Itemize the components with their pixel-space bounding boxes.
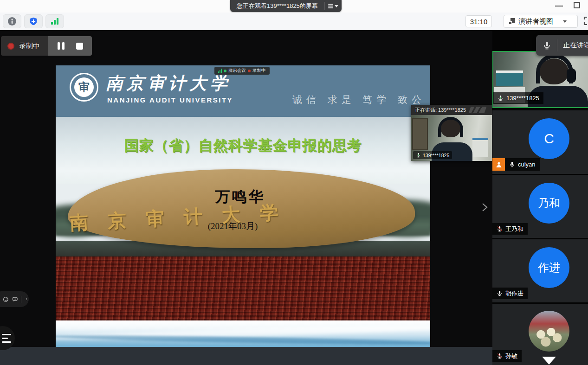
speaker-view-icon xyxy=(509,18,515,25)
mic-icon xyxy=(416,153,421,158)
participant-name: 胡作进 xyxy=(505,289,523,298)
pause-icon xyxy=(58,42,60,50)
university-name-en: NANJING AUDIT UNIVERSITY xyxy=(107,96,233,104)
stop-recording-button[interactable] xyxy=(71,38,87,53)
video-background-shelf xyxy=(496,70,523,86)
main-stage: 录制中 xyxy=(0,30,588,365)
participant-sidebar: 139****1825 C xyxy=(492,30,588,365)
reaction-chat-dock xyxy=(0,291,29,307)
emoji-icon[interactable] xyxy=(3,295,9,303)
participant-name-label: 孙敏 xyxy=(492,350,522,362)
speaker-name-chip: 139****1825 xyxy=(413,151,452,159)
person-head-shape xyxy=(540,58,569,84)
divider xyxy=(21,296,21,303)
avatar-photo xyxy=(529,311,569,352)
red-flowers-band xyxy=(56,256,430,320)
avatar-initial: C xyxy=(544,131,554,147)
speaker-name: 139****1825 xyxy=(423,153,449,158)
participant-tile[interactable]: 作进 胡作进 xyxy=(492,239,588,302)
network-status-button[interactable] xyxy=(45,14,64,28)
slide-date: (2021年03月) xyxy=(56,220,420,232)
participant-name-label: 胡作进 xyxy=(492,288,528,299)
university-name-cn: 南京审计大学 xyxy=(106,72,231,95)
person-icon xyxy=(495,161,503,168)
floating-speaker-header: 正在讲话: 139****1825 xyxy=(411,105,492,115)
stop-icon xyxy=(76,43,83,50)
screen-share-area: 录制中 xyxy=(0,30,492,365)
mic-active-icon xyxy=(498,95,504,101)
recording-dot-icon xyxy=(248,70,251,72)
chevron-right-icon xyxy=(479,201,490,214)
participant-name-label: cuiyan xyxy=(492,158,540,171)
window-titlebar: 您正在观看139****1825的屏幕 xyxy=(0,0,588,13)
avatar: C xyxy=(529,118,569,159)
recording-controls xyxy=(48,36,92,56)
participant-name-label: 王乃和 xyxy=(492,223,528,235)
shared-screen-bottom xyxy=(0,347,492,365)
tencent-meeting-badge: 腾讯会议 录制中 xyxy=(214,67,270,75)
presentation-slide: 审 南京审计大学 NANJING AUDIT UNIVERSITY 诚信 求是 … xyxy=(56,65,430,347)
mic-icon xyxy=(543,40,551,51)
view-mode-button[interactable]: 演讲者视图 xyxy=(504,15,578,28)
host-badge xyxy=(492,158,505,171)
mic-muted-icon xyxy=(497,353,503,359)
wave-footer xyxy=(56,320,430,347)
participant-tile[interactable]: 孙敏 xyxy=(492,304,588,365)
avatar-initial: 乃和 xyxy=(538,196,560,211)
person-head-shape xyxy=(441,120,460,137)
meeting-window: 您正在观看139****1825的屏幕 xyxy=(0,0,588,365)
participant-tile[interactable]: C xyxy=(492,110,588,174)
participant-name: 孙敏 xyxy=(505,352,517,360)
view-mode-label: 演讲者视图 xyxy=(518,17,553,26)
pause-recording-button[interactable] xyxy=(53,38,69,53)
university-motto: 诚信 求是 笃学 致公 xyxy=(292,93,426,106)
chat-icon[interactable] xyxy=(12,295,18,303)
minimize-button[interactable] xyxy=(555,6,563,6)
panel-expand-button[interactable] xyxy=(479,201,490,214)
recording-label: 录制中 xyxy=(19,42,40,51)
info-icon xyxy=(7,17,17,26)
online-dot-icon xyxy=(224,70,226,72)
speaking-now-text: 正在讲话 xyxy=(563,41,588,50)
caret-down-icon xyxy=(335,5,338,7)
earcup-shape xyxy=(567,69,576,83)
fullscreen-icon xyxy=(583,15,588,26)
signal-mini-icon xyxy=(218,69,222,73)
mic-muted-icon xyxy=(497,226,503,232)
watching-label: 您正在观看139****1825的屏幕 xyxy=(230,0,324,12)
collapse-chevron-icon[interactable] xyxy=(25,296,29,302)
scroll-down-arrow[interactable] xyxy=(542,357,556,365)
speaking-now-bar: 正在讲话 xyxy=(536,35,588,56)
participant-tile-video[interactable]: 139****1825 xyxy=(492,51,588,108)
timer-value: 31:10 xyxy=(470,18,488,26)
chevron-down-icon xyxy=(563,20,567,23)
security-button[interactable] xyxy=(24,14,43,28)
menu-lines-icon xyxy=(328,4,333,8)
badge-recording: 录制中 xyxy=(252,68,266,74)
maximize-button[interactable] xyxy=(574,2,580,8)
meeting-toolbar: 31:10 演讲者视图 xyxy=(0,13,588,30)
meeting-info-button[interactable] xyxy=(3,14,21,28)
video-background-cabinet xyxy=(412,118,428,150)
video-background-box xyxy=(472,138,488,157)
slide-title: 国家（省）自然科学基金申报的思考 xyxy=(56,136,430,155)
participant-name: cuiyan xyxy=(518,161,536,168)
fullscreen-button[interactable] xyxy=(583,15,588,26)
watermark xyxy=(468,107,486,113)
signal-bars-icon xyxy=(50,17,59,26)
mic-icon xyxy=(509,161,515,167)
recording-dot-icon xyxy=(7,43,14,50)
recording-bar: 录制中 xyxy=(1,36,92,56)
shield-plus-icon xyxy=(29,17,38,26)
divider xyxy=(557,39,557,51)
speaker-video-thumbnail: 139****1825 xyxy=(411,115,492,161)
avatar: 乃和 xyxy=(529,183,569,224)
watching-banner: 您正在观看139****1825的屏幕 xyxy=(230,0,342,12)
participant-tile[interactable]: 乃和 王乃和 xyxy=(492,175,588,238)
floating-speaker-window[interactable]: 正在讲话: 139****1825 xyxy=(411,105,492,161)
watching-options-button[interactable] xyxy=(325,0,342,12)
list-icon xyxy=(2,334,11,335)
mic-icon xyxy=(497,290,503,296)
recording-status: 录制中 xyxy=(1,36,48,56)
participant-name: 王乃和 xyxy=(505,225,523,233)
